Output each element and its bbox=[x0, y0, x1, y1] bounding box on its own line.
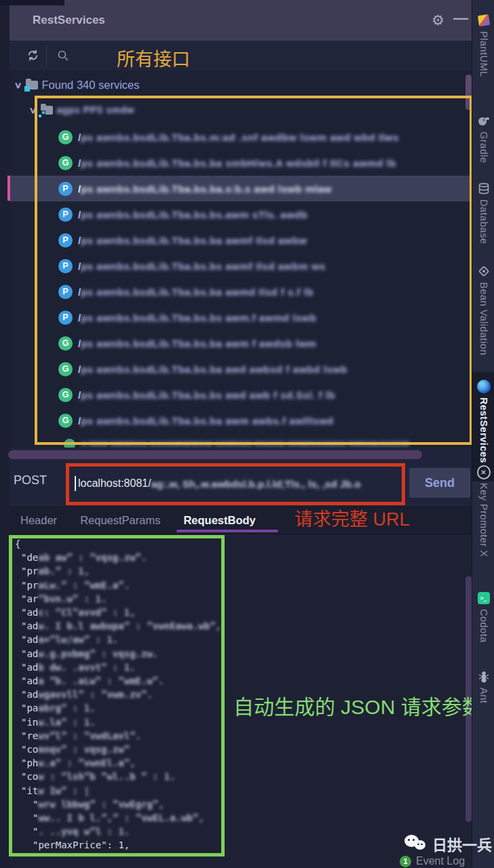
active-tab-underline bbox=[176, 530, 278, 532]
sidebar-item-label: PlantUML bbox=[478, 31, 489, 77]
sidebar-item-label: Ant bbox=[478, 688, 489, 703]
sidebar-item-label: Bean Validation bbox=[478, 282, 489, 355]
annotation-full-url: 请求完整 URL bbox=[294, 505, 410, 531]
minimize-icon[interactable]: — bbox=[453, 9, 468, 27]
plantuml-icon bbox=[477, 14, 491, 27]
sidebar-item-restservices[interactable]: RestServices bbox=[472, 380, 494, 463]
folder-icon bbox=[26, 81, 38, 90]
tab-header[interactable]: Header bbox=[20, 514, 57, 527]
selected-row-accent bbox=[7, 176, 10, 201]
sidebar-item-label: Codota bbox=[478, 609, 489, 643]
tab-requestbody[interactable]: RequestBody bbox=[183, 514, 255, 527]
tool-window-title: RestServices bbox=[33, 14, 105, 27]
toolbar-separator bbox=[46, 45, 47, 66]
annotation-red-box bbox=[66, 463, 405, 505]
annotation-all-apis: 所有接口 bbox=[117, 45, 190, 71]
sidebar-item-gradle[interactable]: Gradle bbox=[472, 114, 494, 163]
event-log-label: Event Log bbox=[416, 855, 465, 867]
sidebar-item-plantuml[interactable]: PlantUML bbox=[472, 14, 494, 77]
tree-root-node[interactable]: ∨ Found 340 services bbox=[10, 75, 472, 95]
sidebar-item-key-promoter-x[interactable]: ✕Key Promoter X bbox=[472, 465, 494, 557]
wechat-icon bbox=[404, 835, 428, 853]
sidebar-item-codota[interactable]: >_Codota bbox=[472, 591, 494, 643]
restservices-tool-window: RestServices ⚙ — 所有接口 ∨ Found 340 servic… bbox=[0, 0, 494, 868]
annotation-yellow-box bbox=[35, 96, 472, 445]
sidebar-item-ant[interactable]: Ant bbox=[472, 670, 494, 703]
sidebar-item-label: Database bbox=[478, 199, 489, 244]
annotation-auto-json: 自动生成的 JSON 请求参数 bbox=[233, 690, 482, 720]
sidebar-item-database[interactable]: Database bbox=[472, 182, 494, 244]
request-method-label: POST bbox=[14, 473, 47, 488]
watermark: 日拱一兵 bbox=[404, 833, 492, 854]
watermark-text: 日拱一兵 bbox=[432, 833, 492, 854]
tool-window-titlebar: RestServices ⚙ — bbox=[10, 0, 472, 41]
gradle-icon bbox=[477, 114, 491, 127]
horizontal-scrollbar[interactable] bbox=[8, 450, 422, 459]
database-icon bbox=[477, 182, 491, 195]
codota-icon: >_ bbox=[477, 591, 491, 605]
restservices-icon bbox=[477, 380, 491, 393]
refresh-icon[interactable] bbox=[26, 48, 40, 62]
sidebar-item-label: Gradle bbox=[478, 132, 489, 163]
tab-requestparams[interactable]: RequestParams bbox=[80, 514, 160, 527]
send-button[interactable]: Send bbox=[409, 468, 470, 498]
chevron-down-icon[interactable]: ∨ bbox=[14, 80, 22, 90]
event-count-badge: 1 bbox=[400, 856, 411, 867]
window-corner-notch bbox=[0, 0, 64, 5]
sidebar-item-label: Key Promoter X bbox=[478, 483, 489, 557]
tree-root-label: Found 340 services bbox=[42, 79, 140, 92]
event-log[interactable]: 1 Event Log bbox=[400, 855, 465, 867]
tool-window-bar: PlantUMLGradleDatabaseBean ValidationRes… bbox=[472, 0, 494, 868]
bean-validation-icon bbox=[477, 264, 491, 278]
annotation-green-box bbox=[9, 535, 225, 856]
key-promoter-icon: ✕ bbox=[477, 465, 491, 479]
gear-icon[interactable]: ⚙ bbox=[432, 12, 444, 28]
send-button-label: Send bbox=[425, 476, 455, 490]
sidebar-item-bean-validation[interactable]: Bean Validation bbox=[472, 264, 494, 355]
search-icon[interactable] bbox=[57, 50, 69, 62]
toolbar: 所有接口 bbox=[10, 41, 472, 71]
background-editor-strip bbox=[0, 0, 10, 868]
ant-icon bbox=[477, 670, 491, 684]
sidebar-item-label: RestServices bbox=[478, 397, 489, 463]
